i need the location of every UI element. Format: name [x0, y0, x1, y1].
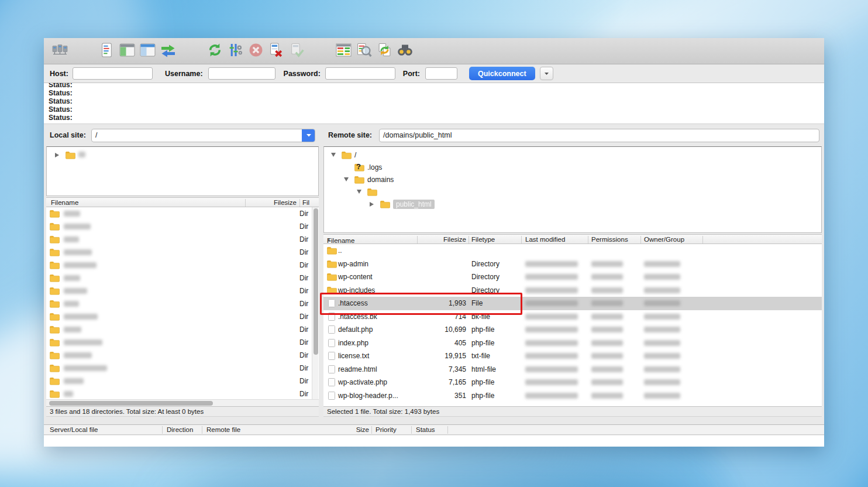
remote-file-row-wp-includes[interactable]: wp-includesDirectory	[323, 284, 822, 297]
local-horizontal-scrollbar[interactable]	[46, 399, 319, 406]
tree-expand-arrow-icon[interactable]	[55, 153, 59, 157]
remote-directory-tree[interactable]: /?.logsdomainspublic_html	[323, 146, 822, 233]
column-divider[interactable]	[162, 426, 163, 434]
column-filename[interactable]: Filename	[51, 199, 78, 206]
local-site-dropdown-button[interactable]	[302, 129, 315, 142]
remote-file-row-default.php[interactable]: default.php10,699php-file	[323, 323, 822, 337]
remote-file-row-wp-blog-header.p...[interactable]: wp-blog-header.p...351php-file	[323, 389, 822, 403]
find-files-button[interactable]	[396, 42, 414, 60]
column-priority[interactable]: Priority	[376, 426, 397, 433]
quickconnect-button[interactable]: Quickconnect	[469, 67, 535, 80]
column-divider[interactable]	[588, 236, 588, 244]
scrollbar-thumb[interactable]	[49, 401, 213, 406]
column-filetype-truncated[interactable]: Fil	[302, 199, 309, 206]
remote-site-combo[interactable]: /domains/public_html	[379, 129, 819, 142]
port-input[interactable]	[425, 67, 457, 80]
remote-file-row-wp-activate.php[interactable]: wp-activate.php7,165php-file	[323, 376, 822, 389]
column-divider[interactable]	[411, 426, 412, 434]
column-divider[interactable]	[202, 426, 202, 434]
local-file-row[interactable]: Dir	[46, 375, 319, 387]
local-file-list[interactable]: DirDirDirDirDirDirDirDirDirDirDirDirDirD…	[46, 207, 319, 399]
transfer-queue-body[interactable]	[44, 435, 824, 447]
column-divider[interactable]	[299, 199, 300, 207]
tree-item-[interactable]: /	[324, 149, 821, 161]
tree-collapse-arrow-icon[interactable]	[357, 190, 361, 194]
tree-item-public_html[interactable]: public_html	[324, 198, 821, 210]
column-divider[interactable]	[447, 426, 448, 434]
host-input[interactable]	[73, 67, 153, 80]
local-file-row[interactable]: Dir	[46, 387, 319, 399]
local-list-header[interactable]: Filename Filesize Fil	[46, 197, 319, 207]
tree-collapse-arrow-icon[interactable]	[331, 153, 336, 157]
column-status[interactable]: Status	[416, 426, 435, 433]
remote-file-row-..[interactable]: ..	[323, 244, 822, 258]
tree-item-logs[interactable]: ?.logs	[324, 161, 821, 173]
local-file-row[interactable]: Dir	[46, 246, 319, 259]
remote-file-row-index.php[interactable]: index.php405php-file	[323, 337, 822, 350]
remote-file-row-.htaccess.bk[interactable]: .htaccess.bk714bk-file	[323, 310, 822, 324]
column-direction[interactable]: Direction	[167, 426, 193, 433]
local-site-combo[interactable]: /	[91, 129, 315, 142]
filter-button[interactable]	[335, 42, 352, 60]
column-permissions[interactable]: Permissions	[591, 236, 628, 243]
tree-item[interactable]	[324, 186, 821, 198]
cancel-button[interactable]	[247, 42, 264, 60]
remote-file-row-readme.html[interactable]: readme.html7,345html-file	[323, 363, 822, 376]
local-vertical-scrollbar[interactable]	[312, 207, 318, 399]
username-input[interactable]	[208, 67, 275, 80]
tree-expand-arrow-icon[interactable]	[370, 202, 374, 207]
process-queue-button[interactable]	[226, 42, 244, 60]
local-tree-toggle-button[interactable]	[118, 42, 136, 60]
local-file-row[interactable]: Dir	[46, 284, 319, 297]
tree-collapse-arrow-icon[interactable]	[344, 177, 349, 181]
column-divider[interactable]	[371, 426, 372, 434]
quickconnect-dropdown-button[interactable]	[540, 67, 553, 80]
column-size[interactable]: Size	[319, 426, 369, 433]
tree-item-[interactable]	[47, 149, 318, 161]
remote-tree-toggle-button[interactable]	[139, 42, 156, 60]
password-input[interactable]	[325, 67, 395, 80]
local-file-row[interactable]: Dir	[46, 323, 319, 336]
local-file-row[interactable]: Dir	[46, 233, 319, 246]
column-divider[interactable]	[245, 199, 246, 207]
reconnect-button[interactable]	[288, 42, 305, 60]
remote-file-row-license.txt[interactable]: license.txt19,915txt-file	[323, 349, 822, 363]
column-divider[interactable]	[702, 236, 703, 244]
column-remote-file[interactable]: Remote file	[206, 426, 240, 433]
local-file-row[interactable]: Dir	[46, 272, 319, 284]
sync-browsing-button[interactable]	[376, 42, 393, 60]
local-file-row[interactable]: Dir	[46, 349, 319, 362]
local-file-row[interactable]: Dir	[46, 220, 319, 233]
column-divider[interactable]	[469, 236, 469, 244]
local-file-row[interactable]: Dir	[46, 362, 319, 375]
column-divider[interactable]	[417, 236, 418, 244]
remote-file-row-wp-content[interactable]: wp-contentDirectory	[323, 270, 822, 284]
column-owner-group[interactable]: Owner/Group	[644, 236, 684, 243]
transfer-queue-header[interactable]: Server/Local file Direction Remote file …	[44, 424, 824, 435]
local-file-row[interactable]: Dir	[46, 297, 319, 310]
remote-file-row-wp-admin[interactable]: wp-adminDirectory	[323, 258, 822, 271]
tree-item-domains[interactable]: domains	[324, 173, 821, 186]
local-file-row[interactable]: Dir	[46, 336, 319, 349]
column-divider[interactable]	[521, 236, 522, 244]
local-file-row[interactable]: Dir	[46, 207, 319, 220]
column-filesize[interactable]: Filesize	[249, 199, 297, 206]
column-filesize[interactable]: Filesize	[421, 236, 466, 243]
queue-toggle-button[interactable]	[159, 42, 177, 60]
scrollbar-thumb[interactable]	[314, 208, 318, 355]
local-file-row[interactable]: Dir	[46, 259, 319, 272]
refresh-button[interactable]	[206, 42, 223, 60]
search-button[interactable]	[355, 42, 373, 60]
column-filetype[interactable]: Filetype	[471, 236, 495, 243]
remote-list-header[interactable]: Filename ∧ Filesize Filetype Last modifi…	[323, 234, 822, 244]
remote-file-list[interactable]: ..wp-adminDirectorywp-contentDirectorywp…	[323, 244, 822, 406]
column-divider[interactable]	[640, 236, 641, 244]
local-directory-tree[interactable]	[46, 146, 319, 196]
column-last-modified[interactable]: Last modified	[525, 236, 565, 243]
local-file-row[interactable]: Dir	[46, 310, 319, 323]
log-toggle-button[interactable]	[98, 42, 115, 60]
remote-file-row-.htaccess[interactable]: .htaccess1,993File	[323, 297, 822, 310]
disconnect-button[interactable]	[267, 42, 285, 60]
site-manager-button[interactable]	[51, 42, 68, 60]
column-server-local-file[interactable]: Server/Local file	[50, 426, 98, 433]
